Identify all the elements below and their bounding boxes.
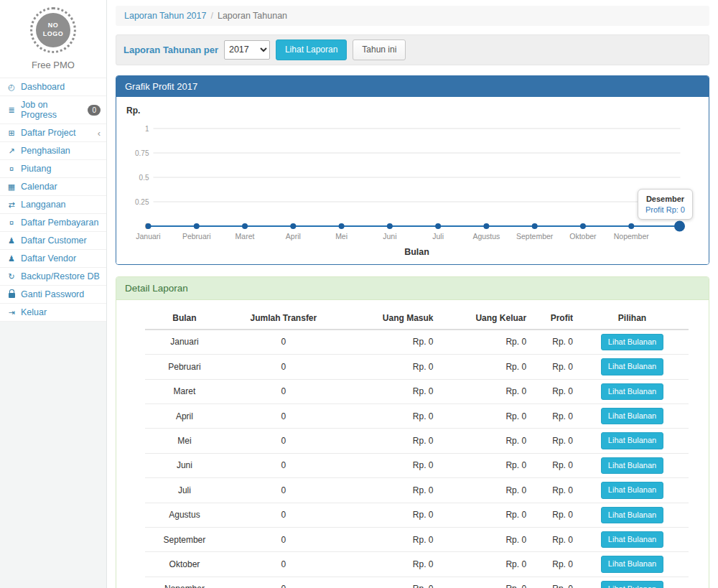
data-point-mei[interactable] — [339, 223, 345, 229]
line-chart-icon: ↗ — [6, 146, 17, 156]
sidebar-item-piutang[interactable]: ¤Piutang — [0, 160, 106, 178]
tasks-icon: ≣ — [6, 106, 17, 115]
view-monthly-button-januari[interactable]: Lihat Bulanan — [601, 334, 663, 350]
cell-jumlah-transfer: 0 — [224, 478, 343, 503]
cell-uang-masuk: Rp. 0 — [343, 527, 437, 551]
cell-profit: Rp. 0 — [529, 552, 576, 577]
brand-name: Free PMO — [0, 60, 106, 70]
data-point-september[interactable] — [532, 223, 538, 229]
view-monthly-button-nopember[interactable]: Lihat Bulanan — [601, 581, 663, 588]
x-tick-label: Januari — [136, 232, 160, 241]
count-badge: 0 — [88, 105, 101, 116]
sidebar-item-daftar-customer[interactable]: ♟Daftar Customer — [0, 232, 106, 250]
data-point-nopember[interactable] — [628, 223, 634, 229]
data-point-pebruari[interactable] — [194, 223, 200, 229]
sidebar-item-daftar-pembayaran[interactable]: ¤Daftar Pembayaran — [0, 214, 106, 232]
table-icon: ⊞ — [6, 129, 17, 138]
cell-bulan: Pebruari — [145, 355, 224, 379]
view-monthly-button-september[interactable]: Lihat Bulanan — [601, 531, 663, 548]
data-point-juni[interactable] — [387, 223, 393, 229]
table-row: Januari0Rp. 0Rp. 0Rp. 0Lihat Bulanan — [145, 330, 689, 355]
table-row: Juni0Rp. 0Rp. 0Rp. 0Lihat Bulanan — [145, 453, 689, 477]
no-logo-icon: NO LOGO — [36, 13, 70, 47]
lock-icon — [6, 290, 17, 299]
sidebar-item-keluar[interactable]: ⇥Keluar — [0, 304, 106, 322]
view-monthly-button-pebruari[interactable]: Lihat Bulanan — [601, 358, 663, 375]
cell-bulan: September — [145, 527, 224, 551]
view-monthly-button-oktober[interactable]: Lihat Bulanan — [601, 556, 663, 572]
data-point-juli[interactable] — [435, 223, 441, 229]
column-header-uang-keluar: Uang Keluar — [436, 307, 529, 330]
money-icon: ¤ — [6, 218, 17, 227]
cell-pilihan: Lihat Bulanan — [576, 429, 689, 453]
cell-bulan: Agustus — [145, 503, 224, 527]
view-report-button[interactable]: Lihat Laporan — [276, 39, 347, 60]
money-icon: ¤ — [6, 164, 17, 173]
y-tick-label: 0.5 — [139, 173, 149, 181]
sidebar-item-label: Daftar Project — [21, 128, 75, 138]
cell-profit: Rp. 0 — [529, 478, 576, 503]
cell-uang-masuk: Rp. 0 — [343, 379, 437, 403]
cell-pilihan: Lihat Bulanan — [576, 403, 689, 428]
sidebar-item-label: Job on Progress — [21, 100, 83, 120]
sidebar-item-daftar-project[interactable]: ⊞Daftar Project‹ — [0, 124, 106, 142]
cell-uang-keluar: Rp. 0 — [436, 355, 529, 379]
cell-uang-masuk: Rp. 0 — [343, 403, 437, 428]
data-point-april[interactable] — [290, 223, 296, 229]
view-monthly-button-juni[interactable]: Lihat Bulanan — [601, 457, 663, 474]
breadcrumb-link-laporan-tahun[interactable]: Laporan Tahun 2017 — [124, 11, 206, 21]
data-point-januari[interactable] — [146, 223, 151, 229]
this-year-button[interactable]: Tahun ini — [353, 39, 406, 60]
sidebar-item-dashboard[interactable]: ◴Dashboard — [0, 78, 106, 96]
data-point-desember[interactable] — [674, 220, 685, 231]
sidebar-item-job-on-progress[interactable]: ≣Job on Progress0 — [0, 96, 106, 124]
x-tick-label: Agustus — [472, 232, 500, 241]
cell-uang-masuk: Rp. 0 — [343, 577, 437, 588]
detail-panel-body: BulanJumlah TransferUang MasukUang Kelua… — [116, 300, 709, 588]
cell-profit: Rp. 0 — [529, 330, 576, 355]
cell-uang-keluar: Rp. 0 — [436, 577, 529, 588]
sidebar-item-langganan[interactable]: ⇄Langganan — [0, 196, 106, 214]
column-header-bulan: Bulan — [145, 307, 224, 330]
table-row: Nopember0Rp. 0Rp. 0Rp. 0Lihat Bulanan — [145, 577, 689, 588]
view-monthly-button-maret[interactable]: Lihat Bulanan — [601, 383, 663, 400]
year-select[interactable]: 2017 — [224, 40, 270, 60]
sidebar-item-backup-restore-db[interactable]: ↻Backup/Restore DB — [0, 268, 106, 286]
view-monthly-button-agustus[interactable]: Lihat Bulanan — [601, 507, 663, 523]
repeat-icon: ⇄ — [6, 200, 17, 210]
cell-uang-keluar: Rp. 0 — [436, 503, 529, 527]
table-row: September0Rp. 0Rp. 0Rp. 0Lihat Bulanan — [145, 527, 689, 551]
data-point-agustus[interactable] — [483, 223, 489, 229]
data-point-oktober[interactable] — [580, 223, 586, 229]
cell-jumlah-transfer: 0 — [224, 429, 343, 453]
cell-uang-keluar: Rp. 0 — [436, 527, 529, 551]
view-monthly-button-mei[interactable]: Lihat Bulanan — [601, 432, 663, 449]
year-filter-bar: Laporan Tahunan per 2017 Lihat Laporan T… — [116, 34, 709, 65]
x-tick-label: Nopember — [614, 232, 650, 241]
cell-profit: Rp. 0 — [529, 403, 576, 428]
sidebar-item-daftar-vendor[interactable]: ♟Daftar Vendor — [0, 250, 106, 268]
sidebar-item-calendar[interactable]: ▦Calendar — [0, 178, 106, 196]
view-monthly-button-april[interactable]: Lihat Bulanan — [601, 408, 663, 424]
sidebar-item-penghasilan[interactable]: ↗Penghasilan — [0, 142, 106, 160]
cell-jumlah-transfer: 0 — [224, 330, 343, 355]
users-icon: ♟ — [6, 254, 17, 263]
view-monthly-button-juli[interactable]: Lihat Bulanan — [601, 482, 663, 498]
cell-profit: Rp. 0 — [529, 503, 576, 527]
sidebar-item-ganti-password[interactable]: Ganti Password — [0, 286, 106, 304]
cell-pilihan: Lihat Bulanan — [576, 577, 689, 588]
cell-uang-masuk: Rp. 0 — [343, 503, 437, 527]
x-tick-label: April — [286, 232, 301, 241]
report-table: BulanJumlah TransferUang MasukUang Kelua… — [145, 307, 689, 588]
sidebar-item-label: Daftar Pembayaran — [21, 218, 98, 228]
sidebar-item-label: Langganan — [21, 200, 66, 210]
table-row: April0Rp. 0Rp. 0Rp. 0Lihat Bulanan — [145, 403, 689, 428]
cell-jumlah-transfer: 0 — [224, 503, 343, 527]
table-row: Juli0Rp. 0Rp. 0Rp. 0Lihat Bulanan — [145, 478, 689, 503]
sidebar-item-label: Piutang — [21, 164, 51, 174]
cell-uang-masuk: Rp. 0 — [343, 429, 437, 453]
cell-profit: Rp. 0 — [529, 577, 576, 588]
data-point-maret[interactable] — [242, 223, 248, 229]
breadcrumb-separator: / — [210, 11, 213, 21]
column-header-profit: Profit — [529, 307, 576, 330]
